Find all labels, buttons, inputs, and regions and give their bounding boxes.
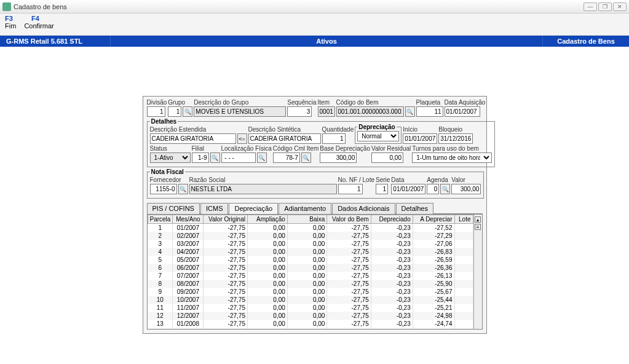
cell-l — [454, 280, 473, 288]
menu-confirmar[interactable]: Confirmar — [24, 22, 53, 30]
cell-vo: -27,75 — [204, 296, 248, 304]
scroll-up-icon[interactable]: ▴ — [475, 216, 481, 223]
table-row[interactable]: 1010/2007-27,750,000,00-27,75-0,23-25,44 — [148, 296, 473, 304]
window-title: Cadastro de bens — [14, 3, 584, 10]
input-sequencia[interactable] — [287, 106, 312, 117]
select-turnos[interactable]: 1-Um turno de oito horas — [412, 152, 492, 163]
input-no-nf[interactable] — [338, 184, 363, 194]
input-valor-residual[interactable] — [371, 152, 403, 163]
cell-l — [454, 272, 473, 280]
input-desc-sintetica[interactable] — [248, 133, 321, 144]
input-localizacao[interactable] — [221, 152, 256, 163]
col-parcela[interactable]: Parcela — [148, 215, 173, 224]
col-ampliacao[interactable]: Ampliação — [247, 215, 287, 224]
table-row[interactable]: 909/2007-27,750,000,00-27,75-0,23-25,67 — [148, 288, 473, 296]
col-valor-original[interactable]: Valor Original — [204, 215, 248, 224]
input-quantidade[interactable] — [322, 133, 346, 144]
minimize-button[interactable]: — — [584, 2, 597, 11]
input-nf-valor[interactable] — [451, 184, 481, 194]
scroll-thumb[interactable]: ≡ — [475, 224, 481, 230]
col-depreciado[interactable]: Depreciado — [371, 215, 413, 224]
lookup-agenda-icon[interactable]: 🔍 — [440, 184, 450, 194]
col-a-depreciar[interactable]: A Depreciar — [413, 215, 454, 224]
tab-depreciacao[interactable]: Depreciação — [229, 203, 278, 214]
table-row[interactable]: 404/2007-27,750,000,00-27,75-0,23-26,83 — [148, 248, 473, 256]
table-row[interactable]: 606/2007-27,750,000,00-27,75-0,23-26,36 — [148, 264, 473, 272]
status-bar: G-RMS Retail 5.681 STL Ativos Cadastro d… — [0, 36, 629, 47]
cell-p: 2 — [148, 232, 173, 240]
cell-vo: -27,75 — [204, 280, 248, 288]
fieldset-detalhes: Detalhes Descrição Estendida <= Descriçã… — [147, 118, 496, 167]
tabs: PIS / COFINS ICMS Depreciação Adiantamen… — [147, 202, 483, 214]
cell-dep: -0,23 — [371, 232, 413, 240]
maximize-button[interactable]: ❐ — [598, 2, 612, 11]
label-fornecedor: Fornecedor — [150, 176, 188, 183]
table-row[interactable]: 202/2007-27,750,000,00-27,75-0,23-27,29 — [148, 232, 473, 240]
cell-vo: -27,75 — [204, 248, 248, 256]
table-row[interactable]: 707/2007-27,750,000,00-27,75-0,23-26,13 — [148, 272, 473, 280]
label-grupo: Grupo — [168, 99, 192, 106]
cell-bx: 0,00 — [287, 288, 327, 296]
tab-detalhes[interactable]: Detalhes — [396, 203, 433, 214]
table-row[interactable]: 1301/2008-27,750,000,00-27,75-0,23-24,74 — [148, 320, 473, 328]
tab-icms[interactable]: ICMS — [200, 203, 229, 214]
col-mes-ano[interactable]: Mes/Ano — [173, 215, 204, 224]
select-depreciacao-tipo[interactable]: Normal — [357, 131, 399, 141]
screen-title: Cadastro de Bens — [543, 36, 629, 47]
lookup-grupo-icon[interactable]: 🔍 — [183, 106, 192, 117]
tab-pis-cofins[interactable]: PIS / COFINS — [147, 203, 200, 214]
lookup-codigo-cml-icon[interactable]: 🔍 — [301, 152, 311, 163]
lookup-codigo-bem-icon[interactable]: 🔍 — [405, 106, 415, 117]
cell-amp: 0,00 — [247, 296, 287, 304]
cell-vb: -27,75 — [327, 288, 371, 296]
input-serie[interactable] — [376, 184, 388, 194]
col-lote[interactable]: Lote — [454, 215, 473, 224]
input-plaqueta[interactable] — [416, 106, 443, 117]
table-row[interactable]: 1402/2008-27,750,000,00-27,75-0,23-24,51 — [148, 328, 473, 330]
cell-l — [454, 328, 473, 330]
tab-dados-adicionais[interactable]: Dados Adicionais — [332, 203, 395, 214]
tab-adiantamento[interactable]: Adiantamento — [279, 203, 331, 214]
select-status[interactable]: 1-Ativo — [150, 152, 191, 163]
cell-p: 14 — [148, 328, 173, 330]
cell-vb: -27,75 — [327, 224, 371, 232]
label-turnos: Turnos para uso do bem — [412, 145, 492, 152]
input-base-depreciacao[interactable] — [320, 152, 357, 163]
menu-fim[interactable]: Fim — [5, 22, 16, 30]
lookup-filial-icon[interactable]: 🔍 — [210, 152, 220, 163]
label-divisao: Divisão — [147, 99, 167, 106]
input-fornecedor[interactable] — [150, 184, 177, 194]
close-button[interactable]: ✕ — [613, 2, 627, 11]
cell-ad: -25,67 — [413, 288, 454, 296]
lookup-fornecedor-icon[interactable]: 🔍 — [178, 184, 188, 194]
label-sequencia: Sequência — [287, 99, 316, 106]
input-data-aquisicao[interactable] — [445, 106, 480, 117]
input-filial[interactable] — [192, 152, 209, 163]
input-nf-data[interactable] — [391, 184, 425, 194]
input-desc-estendida[interactable] — [150, 133, 236, 144]
col-baixa[interactable]: Baixa — [287, 215, 327, 224]
col-valor-bem[interactable]: Valor do Bem — [327, 215, 371, 224]
lookup-localizacao-icon[interactable]: 🔍 — [257, 152, 267, 163]
table-row[interactable]: 808/2007-27,750,000,00-27,75-0,23-25,90 — [148, 280, 473, 288]
table-row[interactable]: 1212/2007-27,750,000,00-27,75-0,23-24,98 — [148, 312, 473, 320]
input-inicio[interactable] — [403, 133, 437, 144]
app-version: G-RMS Retail 5.681 STL — [0, 36, 111, 47]
cell-l — [454, 264, 473, 272]
input-codigo-cml[interactable] — [273, 152, 300, 163]
input-grupo[interactable] — [168, 106, 181, 117]
input-bloqueio[interactable] — [438, 133, 473, 144]
table-row[interactable]: 505/2007-27,750,000,00-27,75-0,23-26,59 — [148, 256, 473, 264]
copy-desc-icon[interactable]: <= — [237, 133, 247, 144]
table-row[interactable]: 1111/2007-27,750,000,00-27,75-0,23-25,21 — [148, 304, 473, 312]
label-valor-residual: Valor Residual — [371, 145, 411, 152]
cell-p: 12 — [148, 312, 173, 320]
table-row[interactable]: 303/2007-27,750,000,00-27,75-0,23-27,06 — [148, 240, 473, 248]
cell-vb: -27,75 — [327, 296, 371, 304]
input-agenda[interactable] — [427, 184, 439, 194]
label-serie: Serie — [376, 176, 390, 183]
label-filial: Filial — [192, 145, 220, 152]
table-row[interactable]: 101/2007-27,750,000,00-27,75-0,23-27,52 — [148, 224, 473, 232]
cell-bx: 0,00 — [287, 232, 327, 240]
input-divisao[interactable] — [147, 106, 165, 117]
